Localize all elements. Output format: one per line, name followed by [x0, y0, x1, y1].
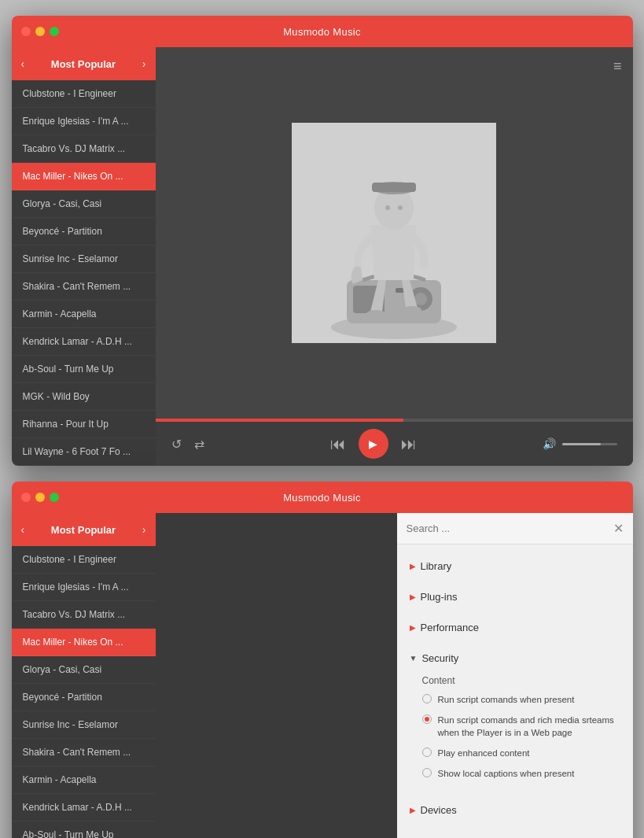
list-item[interactable]: Karmin - Acapella	[12, 766, 156, 794]
shuffle-button[interactable]: ⇄	[194, 437, 204, 452]
sidebar-header-2: ‹ Most Popular ›	[12, 513, 156, 546]
chevron-right-icon-plugins: ▶	[410, 593, 416, 601]
list-item[interactable]: Clubstone - I Engineer	[12, 80, 156, 108]
title-bar: Musmodo Music	[12, 16, 633, 47]
album-art-image	[292, 123, 496, 343]
prev-button[interactable]: ⏮	[330, 435, 346, 453]
list-item-active-2[interactable]: Mac Miller - Nikes On ...	[12, 629, 156, 656]
volume-icon: 🔊	[543, 437, 556, 450]
progress-bar[interactable]	[156, 419, 633, 422]
list-item[interactable]: Glorya - Casi, Casi	[12, 190, 156, 218]
menu-icon[interactable]: ≡	[613, 58, 622, 75]
app-title: Musmodo Music	[283, 26, 361, 38]
controls-bar: ↺ ⇄ ⏮ ▶ ⏭ 🔊	[156, 422, 633, 466]
settings-panel: ✕ ▶ Library ▶ Plug-ins	[397, 513, 633, 838]
sidebar-prev-button[interactable]: ‹	[21, 57, 25, 70]
settings-option-2[interactable]: Run script comands and rich media srteam…	[422, 710, 620, 743]
list-item[interactable]: Glorya - Casi, Casi	[12, 656, 156, 684]
app-title-2: Musmodo Music	[283, 492, 361, 504]
list-item[interactable]: Kendrick Lamar - A.D.H ...	[12, 328, 156, 356]
list-item[interactable]: Karmin - Acapella	[12, 301, 156, 328]
minimize-button-2[interactable]	[35, 493, 45, 502]
list-item-active[interactable]: Mac Miller - Nikes On ...	[12, 163, 156, 190]
settings-option-1[interactable]: Run script comands when present	[422, 689, 620, 710]
radio-option-2[interactable]	[422, 714, 432, 724]
radio-option-1[interactable]	[422, 694, 432, 703]
radio-option-3[interactable]	[422, 748, 432, 757]
minimize-button[interactable]	[35, 27, 45, 36]
sidebar-next-button-2[interactable]: ›	[142, 523, 146, 536]
settings-option-text-2: Run script comands and rich media srteam…	[438, 714, 620, 739]
settings-section-plugins: ▶ Plug-ins	[397, 581, 633, 612]
settings-section-header-library[interactable]: ▶ Library	[410, 557, 620, 575]
list-item[interactable]: Sunrise Inc - Eselamor	[12, 711, 156, 739]
settings-section-library: ▶ Library	[397, 551, 633, 581]
settings-label-library: Library	[421, 560, 452, 572]
chevron-down-icon-security: ▼	[410, 654, 418, 663]
sidebar-prev-button-2[interactable]: ‹	[21, 523, 25, 536]
list-item[interactable]: Ab-Soul - Turn Me Up	[12, 821, 156, 838]
sidebar-list: Clubstone - I Engineer Enrique Iglesias …	[12, 80, 156, 466]
settings-label-devices: Devices	[421, 804, 457, 816]
settings-option-3[interactable]: Play enhanced content	[422, 743, 620, 763]
close-button[interactable]	[21, 27, 31, 36]
close-button-2[interactable]	[21, 493, 31, 502]
svg-point-13	[398, 205, 403, 210]
settings-close-button[interactable]: ✕	[613, 521, 624, 536]
player-area-wrapper-2: ↺ ⇄ ⏮ ▶ ⏭ 🔊	[156, 513, 633, 838]
list-item[interactable]: Beyoncé - Partition	[12, 218, 156, 245]
volume-section: 🔊	[543, 437, 617, 450]
list-item[interactable]: MGK - Wild Boy	[12, 383, 156, 411]
list-item[interactable]: Tacabro Vs. DJ Matrix ...	[12, 135, 156, 163]
chevron-right-icon-performance: ▶	[410, 623, 416, 632]
player-area-wrapper: ≡	[156, 47, 633, 466]
sidebar-2: ‹ Most Popular › Clubstone - I Engineer …	[12, 513, 156, 838]
list-item[interactable]: Ab-Soul - Turn Me Up	[12, 356, 156, 383]
player-main: ≡	[156, 47, 633, 419]
list-item[interactable]: Beyoncé - Partition	[12, 684, 156, 711]
list-item[interactable]: Shakira - Can't Remem ...	[12, 739, 156, 766]
next-button[interactable]: ⏭	[401, 435, 417, 453]
list-item[interactable]: Lil Wayne - 6 Foot 7 Fo ...	[12, 438, 156, 466]
title-bar-2: Musmodo Music	[12, 482, 633, 513]
settings-subsection-content: Content Run script comands when present …	[410, 667, 620, 788]
list-item[interactable]: Rihanna - Pour It Up	[12, 411, 156, 438]
settings-option-4[interactable]: Show local captions when present	[422, 763, 620, 784]
settings-label-performance: Performance	[421, 622, 479, 633]
settings-option-text-4: Show local captions when present	[438, 767, 575, 780]
settings-section-header-plugins[interactable]: ▶ Plug-ins	[410, 588, 620, 606]
traffic-lights-2	[21, 493, 59, 502]
settings-label-plugins: Plug-ins	[421, 591, 458, 603]
settings-sublabel-content: Content	[422, 672, 620, 689]
settings-section-header-performance[interactable]: ▶ Performance	[410, 618, 620, 637]
list-item[interactable]: Kendrick Lamar - A.D.H ...	[12, 794, 156, 821]
traffic-lights	[21, 27, 59, 36]
play-pause-button[interactable]: ▶	[359, 429, 388, 459]
main-content-2: ‹ Most Popular › Clubstone - I Engineer …	[12, 513, 633, 838]
settings-section-security: ▼ Security Content Run script comands wh…	[397, 643, 633, 795]
app-window-2: Musmodo Music ‹ Most Popular › Clubstone…	[12, 482, 633, 838]
player-area: ≡	[156, 47, 633, 466]
settings-list: ▶ Library ▶ Plug-ins ▶	[397, 545, 633, 838]
list-item[interactable]: Shakira - Can't Remem ...	[12, 273, 156, 301]
maximize-button[interactable]	[50, 27, 59, 36]
settings-section-header-security[interactable]: ▼ Security	[410, 649, 620, 667]
settings-search-bar: ✕	[397, 513, 633, 545]
list-item[interactable]: Tacabro Vs. DJ Matrix ...	[12, 601, 156, 629]
list-item[interactable]: Enrique Iglesias - I'm A ...	[12, 574, 156, 601]
sidebar-section-title: Most Popular	[51, 58, 116, 70]
volume-slider[interactable]	[562, 443, 617, 445]
settings-search-input[interactable]	[407, 522, 607, 534]
settings-option-text-1: Run script comands when present	[438, 693, 575, 706]
list-item[interactable]: Sunrise Inc - Eselamor	[12, 245, 156, 273]
sidebar-next-button[interactable]: ›	[142, 57, 146, 70]
settings-section-header-devices[interactable]: ▶ Devices	[410, 801, 620, 819]
repeat-button[interactable]: ↺	[171, 437, 182, 452]
svg-point-8	[403, 306, 421, 314]
radio-option-4[interactable]	[422, 768, 432, 777]
svg-point-7	[366, 310, 385, 318]
maximize-button-2[interactable]	[50, 493, 59, 502]
list-item[interactable]: Clubstone - I Engineer	[12, 546, 156, 574]
sidebar-header: ‹ Most Popular ›	[12, 47, 156, 80]
list-item[interactable]: Enrique Iglesias - I'm A ...	[12, 108, 156, 135]
